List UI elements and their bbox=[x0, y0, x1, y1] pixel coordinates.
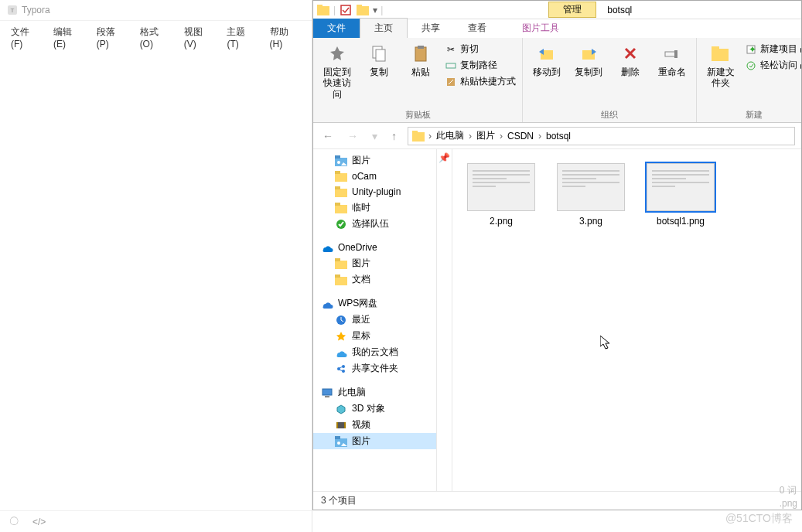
tree-item[interactable]: 视频 bbox=[313, 417, 436, 433]
group-label-new: 新建 bbox=[746, 107, 763, 121]
tab-view[interactable]: 查看 bbox=[454, 19, 500, 38]
file-item[interactable]: 2.png bbox=[460, 163, 542, 227]
qab-dropdown-icon[interactable]: ▾ bbox=[373, 5, 377, 15]
file-list[interactable]: 2.png3.pngbotsql1.png bbox=[452, 149, 801, 491]
tree-item[interactable]: 选择队伍 bbox=[313, 216, 436, 232]
folder-icon bbox=[316, 3, 330, 17]
tree-item-label: 最近 bbox=[352, 313, 370, 326]
tree-item-label: 选择队伍 bbox=[352, 217, 389, 230]
chevron-right-icon[interactable]: › bbox=[428, 131, 432, 142]
watermark: @51CTO博客 bbox=[725, 512, 793, 526]
paste-shortcut-button[interactable]: 粘贴快捷方式 bbox=[443, 74, 517, 89]
folder-icon-2 bbox=[356, 3, 370, 17]
copy-to-button[interactable]: 复制到 bbox=[569, 40, 608, 79]
svg-rect-21 bbox=[412, 132, 425, 142]
svg-rect-31 bbox=[335, 203, 340, 206]
title-area: 管理 botsql bbox=[386, 1, 632, 19]
tree-item-label: 此电脑 bbox=[338, 386, 366, 399]
copy-path-button[interactable]: 复制路径 bbox=[443, 58, 517, 73]
typora-window: T Typora 文件(F) 编辑(E) 段落(P) 格式(O) 视图(V) 主… bbox=[0, 0, 312, 532]
tree-item[interactable]: 图片 bbox=[313, 152, 436, 169]
chevron-right-icon[interactable]: › bbox=[500, 131, 503, 142]
navigation-tree[interactable]: 图片oCamUnity-plugin临时选择队伍OneDrive图片文档WPS网… bbox=[313, 149, 437, 491]
tree-item[interactable]: 文档 bbox=[313, 271, 436, 288]
tree-item[interactable]: Unity-plugin bbox=[313, 184, 436, 200]
file-item[interactable]: 3.png bbox=[550, 163, 632, 227]
rename-button[interactable]: 重命名 bbox=[653, 40, 691, 79]
copyto-icon bbox=[577, 42, 600, 65]
tree-item[interactable]: 此电脑 bbox=[313, 384, 436, 401]
tree-item[interactable]: 最近 bbox=[313, 312, 436, 328]
chevron-right-icon[interactable]: › bbox=[538, 131, 541, 142]
tree-item[interactable]: oCam bbox=[313, 169, 436, 184]
menu-file[interactable]: 文件(F) bbox=[6, 24, 46, 51]
delete-button[interactable]: 删除 bbox=[611, 40, 650, 79]
tree-item[interactable]: 临时 bbox=[313, 200, 436, 216]
tree-item[interactable]: 星标 bbox=[313, 328, 436, 344]
tree-item-label: 我的云文档 bbox=[352, 346, 398, 359]
svg-rect-16 bbox=[712, 46, 719, 50]
up-button[interactable]: ↑ bbox=[388, 128, 400, 144]
forward-button[interactable]: → bbox=[344, 128, 361, 144]
menu-paragraph[interactable]: 段落(P) bbox=[92, 24, 132, 51]
svg-rect-47 bbox=[335, 436, 340, 439]
paste-button[interactable]: 粘贴 bbox=[401, 40, 440, 79]
typora-statusbar: 〇 </> bbox=[0, 510, 312, 532]
new-folder-button[interactable]: 新建文件夹 bbox=[701, 40, 740, 90]
tree-item[interactable]: WPS网盘 bbox=[313, 295, 436, 312]
status-outline[interactable]: 〇 bbox=[9, 515, 19, 528]
breadcrumb-pc[interactable]: 此电脑 bbox=[435, 129, 466, 142]
ribbon-group-organize: 移动到 复制到 删除 重命名 组织 bbox=[523, 38, 697, 122]
new-item-button[interactable]: ✦新建项目▸ bbox=[743, 42, 801, 56]
address-bar[interactable]: › 此电脑 › 图片 › CSDN › botsql bbox=[408, 127, 795, 145]
menu-help[interactable]: 帮助(H) bbox=[265, 24, 305, 51]
cut-button[interactable]: ✂剪切 bbox=[443, 42, 517, 56]
ribbon-group-new: 新建文件夹 ✦新建项目▸ 轻松访问▸ 新建 bbox=[697, 38, 801, 122]
menu-edit[interactable]: 编辑(E) bbox=[49, 24, 89, 51]
typora-app-icon: T bbox=[8, 5, 17, 15]
tree-item-label: Unity-plugin bbox=[352, 186, 401, 197]
breadcrumb-botsql[interactable]: botsql bbox=[544, 131, 572, 142]
manage-context-tab[interactable]: 管理 bbox=[548, 2, 596, 18]
file-thumbnail bbox=[647, 163, 715, 211]
checkbox-icon[interactable] bbox=[339, 3, 353, 17]
svg-rect-45 bbox=[344, 422, 346, 428]
back-button[interactable]: ← bbox=[319, 128, 336, 144]
tree-item[interactable]: OneDrive bbox=[313, 240, 436, 255]
tree-item-label: 文档 bbox=[352, 273, 370, 286]
tree-item-label: 3D 对象 bbox=[352, 402, 385, 415]
chevron-right-icon[interactable]: › bbox=[469, 131, 472, 142]
cloud-icon bbox=[335, 346, 347, 359]
tree-item[interactable]: 3D 对象 bbox=[313, 401, 436, 417]
svg-rect-9 bbox=[446, 63, 456, 68]
tree-item[interactable]: 我的云文档 bbox=[313, 344, 436, 360]
tab-file[interactable]: 文件 bbox=[313, 19, 360, 38]
svg-rect-1 bbox=[317, 5, 323, 7]
copy-button[interactable]: 复制 bbox=[360, 40, 398, 79]
menu-format[interactable]: 格式(O) bbox=[135, 24, 176, 51]
tree-item[interactable]: 图片 bbox=[313, 255, 436, 271]
easy-access-button[interactable]: 轻松访问▸ bbox=[743, 58, 801, 73]
menu-view[interactable]: 视图(V) bbox=[179, 24, 220, 51]
tab-share[interactable]: 共享 bbox=[408, 19, 454, 38]
svg-rect-28 bbox=[335, 189, 347, 197]
tab-home[interactable]: 主页 bbox=[360, 18, 408, 38]
file-thumbnail bbox=[557, 163, 625, 211]
tree-item[interactable]: 共享文件夹 bbox=[313, 360, 436, 377]
tree-item[interactable]: 图片 bbox=[313, 433, 436, 449]
svg-rect-30 bbox=[335, 205, 347, 213]
breadcrumb-pictures[interactable]: 图片 bbox=[475, 129, 497, 142]
menu-theme[interactable]: 主题(T) bbox=[222, 24, 261, 51]
tree-item-label: 视频 bbox=[352, 418, 370, 431]
svg-rect-6 bbox=[376, 49, 385, 61]
pin-to-quick-access-button[interactable]: 固定到快速访问 bbox=[318, 40, 357, 101]
status-source[interactable]: </> bbox=[32, 517, 46, 527]
typora-titlebar: T Typora bbox=[0, 0, 312, 21]
file-item[interactable]: botsql1.png bbox=[640, 163, 722, 227]
recent-dropdown[interactable]: ▾ bbox=[369, 128, 381, 144]
breadcrumb-csdn[interactable]: CSDN bbox=[506, 131, 535, 142]
tree-item-label: 图片 bbox=[352, 435, 370, 448]
folder-icon bbox=[335, 274, 347, 286]
tab-picture-tools[interactable]: 图片工具 bbox=[508, 19, 573, 38]
move-to-button[interactable]: 移动到 bbox=[527, 40, 566, 79]
